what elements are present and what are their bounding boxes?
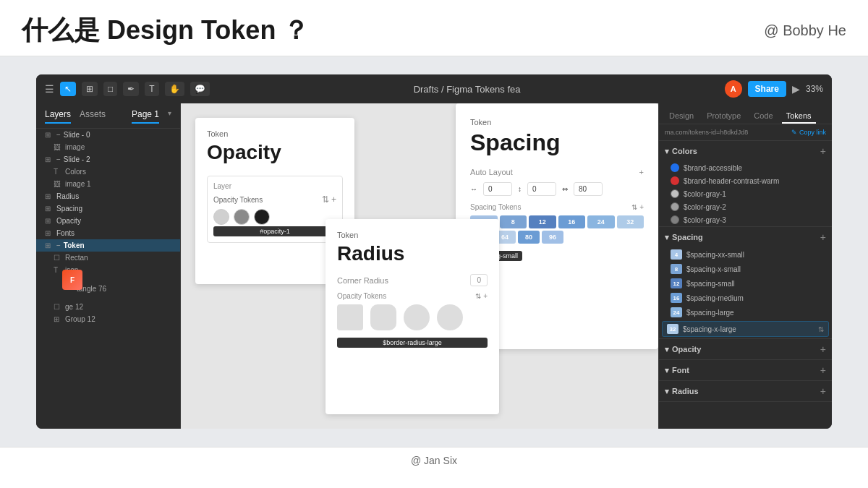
- layer-slide-2[interactable]: ⊞ − Slide - 2: [36, 153, 180, 166]
- opacity-tokens-label: Opacity Tokens: [213, 196, 263, 204]
- radius-circles-row: [337, 304, 488, 330]
- page-header: 什么是 Design Token ？ @ Bobby He: [0, 0, 868, 56]
- token-color-gray-3[interactable]: $color-gray-3: [659, 213, 832, 226]
- token-brand-accessible[interactable]: $brand-accessible: [659, 161, 832, 174]
- opacity-expand-icon: ▾: [665, 345, 669, 354]
- author-label: @ Bobby He: [764, 22, 846, 39]
- radius-section-header[interactable]: ▾ Radius +: [659, 381, 832, 401]
- left-panel-tabs: Layers Assets Page 1 ▾: [36, 103, 180, 129]
- frame-icon3: ⊞: [45, 192, 54, 200]
- radius-add-button[interactable]: +: [820, 385, 826, 397]
- spacing-add-button[interactable]: +: [820, 231, 826, 243]
- spacing-input-gap[interactable]: 80: [574, 182, 603, 196]
- shape-tool[interactable]: □: [103, 82, 117, 96]
- layer-rectangle[interactable]: ☐ Rectan: [36, 252, 180, 264]
- layer-spacing[interactable]: ⊞ Spacing: [36, 202, 180, 215]
- spacing-badge-12: 12: [671, 278, 682, 288]
- spacing-input-h[interactable]: 0: [483, 182, 512, 196]
- spacing-row-x-large[interactable]: 32 $spacing-x-large ⇅: [662, 321, 829, 337]
- opacity-add-button[interactable]: +: [820, 343, 826, 355]
- rect-icon: ☐: [54, 254, 62, 262]
- spacing-token-label: Token: [470, 118, 644, 127]
- opacity-header-left: ▾ Opacity: [665, 345, 701, 354]
- font-add-button[interactable]: +: [820, 364, 826, 376]
- layer-image1[interactable]: 🖼 image 1: [36, 178, 180, 190]
- copy-link[interactable]: ✎ Copy link: [791, 129, 826, 136]
- text-tool[interactable]: T: [145, 82, 158, 96]
- layers-list: ⊞ − Slide - 0 🖼 image ⊞ − Slide - 2 T: [36, 129, 180, 325]
- play-button[interactable]: ▶: [792, 83, 800, 95]
- token-name-gray-3: $color-gray-3: [684, 216, 726, 224]
- tab-page[interactable]: Page 1: [132, 109, 159, 124]
- pen-tool[interactable]: ✒: [123, 82, 139, 96]
- canvas-area: Token Opacity Layer Opacity Tokens ⇅ +: [181, 103, 658, 429]
- font-section-header[interactable]: ▾ Font +: [659, 360, 832, 380]
- radius-circle-full: [437, 304, 463, 330]
- tab-code[interactable]: Code: [749, 109, 777, 124]
- corner-radius-label: Corner Radius: [337, 276, 388, 285]
- frame-tool[interactable]: ⊞: [82, 82, 98, 96]
- spacing-name-medium: $spacing-medium: [686, 294, 744, 302]
- tab-assets[interactable]: Assets: [80, 109, 106, 124]
- hand-tool[interactable]: ✋: [165, 82, 184, 96]
- spacing-tokens-label: Spacing Tokens: [470, 203, 521, 211]
- spacing-x-large-settings[interactable]: ⇅: [818, 325, 824, 333]
- opacity-section-header[interactable]: ▾ Opacity +: [659, 339, 832, 359]
- token-brand-header-contrast[interactable]: $brand-header-contrast-warm: [659, 174, 832, 187]
- layer-slide-0[interactable]: ⊞ − Slide - 0: [36, 129, 180, 141]
- radius-title: Radius: [337, 242, 488, 265]
- img-icon: 🖼: [54, 180, 62, 188]
- frame-icon7: ⊞: [45, 241, 54, 249]
- layer-image[interactable]: 🖼 image: [36, 141, 180, 153]
- right-panel-tabs: Design Prototype Code Tokens: [659, 103, 832, 124]
- auto-layout-add[interactable]: +: [639, 168, 644, 176]
- layer-fonts[interactable]: ⊞ Fonts: [36, 227, 180, 239]
- token-color-gray-2[interactable]: $color-gray-2: [659, 200, 832, 213]
- spacing-tokens-header: Spacing Tokens ⇅ +: [470, 203, 644, 211]
- spacing-section-header[interactable]: ▾ Spacing +: [659, 227, 832, 247]
- color-dot-gray-1: [671, 189, 679, 198]
- tab-tokens[interactable]: Tokens: [782, 109, 816, 124]
- color-dot-brand-header: [671, 176, 679, 185]
- font-section: ▾ Font +: [659, 360, 832, 381]
- zoom-level[interactable]: 33%: [806, 84, 823, 94]
- spacing-row-large[interactable]: 24 $spacing-large: [659, 305, 832, 320]
- layer-label: Layer: [213, 182, 231, 190]
- layer-colors[interactable]: T Colors: [36, 166, 180, 178]
- figma-toolbar: ☰ ↖ ⊞ □ ✒ T ✋ 💬 Drafts / Figma Tokens fe…: [36, 74, 832, 103]
- figma-body: Layers Assets Page 1 ▾ ⊞ − Slide - 0 🖼: [36, 103, 832, 429]
- layer-radius[interactable]: ⊞ Radius: [36, 190, 180, 202]
- spacing-cell-32: 32: [617, 215, 644, 228]
- layer-opacity[interactable]: ⊞ Opacity: [36, 215, 180, 227]
- toolbar-right: A Share ▶ 33%: [725, 80, 823, 98]
- spacing-row-xx-small[interactable]: 4 $spacing-xx-small: [659, 247, 832, 262]
- spacing-row-medium[interactable]: 16 $spacing-medium: [659, 291, 832, 305]
- spacing-row-small[interactable]: 12 $spacing-small: [659, 276, 832, 291]
- spacing-cell-80: 80: [518, 231, 540, 244]
- layer-page12[interactable]: ☐ ge 12: [36, 301, 180, 313]
- comment-tool[interactable]: 💬: [190, 82, 210, 96]
- frame-icon6: ⊞: [45, 229, 54, 237]
- tab-design[interactable]: Design: [665, 109, 698, 124]
- layer-group12[interactable]: ⊞ Group 12: [36, 313, 180, 325]
- colors-add-button[interactable]: +: [820, 145, 826, 157]
- tab-layers[interactable]: Layers: [45, 109, 71, 124]
- select-tool[interactable]: ↖: [60, 82, 76, 96]
- token-color-gray-1[interactable]: $color-gray-1: [659, 187, 832, 200]
- layer-token[interactable]: ⊞ − Token: [36, 239, 180, 252]
- layer-json[interactable]: T json: [36, 264, 180, 276]
- color-dot-gray-2: [671, 202, 679, 211]
- layer-rectangle76[interactable]: F tangle 76: [36, 276, 180, 301]
- menu-icon[interactable]: ☰: [45, 83, 54, 95]
- font-expand-icon: ▾: [665, 366, 669, 375]
- share-button[interactable]: Share: [748, 81, 786, 97]
- radius-circle-small: [337, 304, 363, 330]
- spacing-row-x-small[interactable]: 8 $spacing-x-small: [659, 262, 832, 276]
- spacing-input-v[interactable]: 0: [527, 182, 556, 196]
- tab-prototype[interactable]: Prototype: [702, 109, 745, 124]
- radius-tokens-label: Opacity Tokens: [337, 292, 386, 300]
- corner-radius-header: Corner Radius 0: [337, 274, 488, 286]
- radius-circle-large: [404, 304, 430, 330]
- colors-section-header[interactable]: ▾ Colors +: [659, 141, 832, 161]
- token-name-brand-header: $brand-header-contrast-warm: [684, 177, 779, 185]
